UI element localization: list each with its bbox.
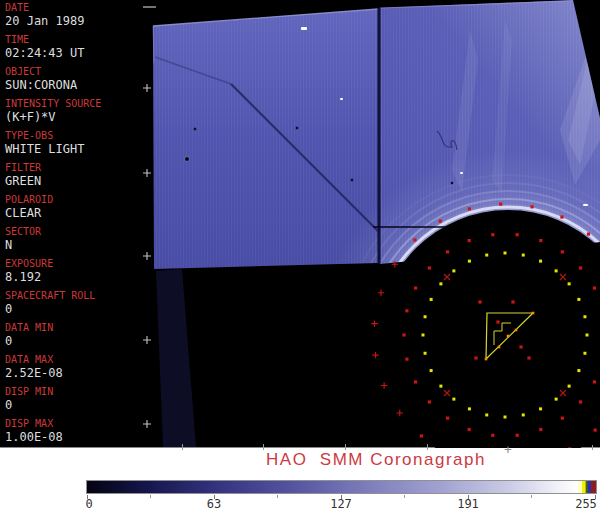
colorbar-minor-tick — [150, 495, 151, 498]
colorbar-label: 127 — [330, 498, 352, 510]
colorbar-label: 63 — [207, 498, 221, 510]
metadata-sidebar: DATE 20 Jan 1989 TIME 02:24:43 UT OBJECT… — [0, 0, 150, 447]
field-filter: FILTER GREEN — [5, 163, 150, 188]
field-label: POLAROID — [5, 195, 150, 205]
field-label: TYPE-OBS — [5, 131, 150, 141]
field-value: 02:24:43 UT — [5, 47, 150, 60]
field-value: WHITE LIGHT — [5, 143, 150, 156]
field-label: DATA MAX — [5, 355, 150, 365]
field-value: 2.52E-08 — [5, 367, 150, 380]
colorbar-label: 255 — [575, 498, 597, 510]
field-label: SECTOR — [5, 227, 150, 237]
field-label: EXPOSURE — [5, 259, 150, 269]
colorbar-minor-tick — [277, 495, 278, 498]
field-value: 8.192 — [5, 271, 150, 284]
field-label: TIME — [5, 35, 150, 45]
field-value: 1.00E-08 — [5, 431, 150, 444]
field-type-obs: TYPE-OBS WHITE LIGHT — [5, 131, 150, 156]
field-label: DISP MIN — [5, 387, 150, 397]
display-panel: DATE 20 Jan 1989 TIME 02:24:43 UT OBJECT… — [0, 0, 600, 448]
field-label: OBJECT — [5, 67, 150, 77]
coronagraph-image-canvas[interactable] — [140, 0, 600, 448]
field-disp-min: DISP MIN 0 — [5, 387, 150, 412]
coronagraph-viewer-window: DATE 20 Jan 1989 TIME 02:24:43 UT OBJECT… — [0, 0, 600, 512]
dark-band — [156, 269, 196, 447]
frame-divider-edge — [381, 8, 382, 264]
scanline-texture — [153, 9, 378, 269]
field-object: OBJECT SUN:CORONA — [5, 67, 150, 92]
field-date: DATE 20 Jan 1989 — [5, 3, 150, 28]
field-value: GREEN — [5, 175, 150, 188]
field-spacecraft-roll: SPACECRAFT ROLL 0 — [5, 291, 150, 316]
field-value: N — [5, 239, 150, 252]
field-label: DISP MAX — [5, 419, 150, 429]
field-time: TIME 02:24:43 UT — [5, 35, 150, 60]
field-value: 0 — [5, 303, 150, 316]
field-label: SPACECRAFT ROLL — [5, 291, 150, 301]
field-label: DATE — [5, 3, 150, 13]
colorbar-label: 191 — [457, 498, 479, 510]
field-sector: SECTOR N — [5, 227, 150, 252]
field-disp-max: DISP MAX 1.00E-08 — [5, 419, 150, 444]
field-label: FILTER — [5, 163, 150, 173]
page-title: HAO SMM Coronagraph — [152, 450, 600, 470]
field-data-max: DATA MAX 2.52E-08 — [5, 355, 150, 380]
field-intensity-source: INTENSITY SOURCE (K+F)*V — [5, 99, 150, 124]
field-value: 0 — [5, 399, 150, 412]
intensity-colorbar — [86, 480, 597, 494]
field-value: 20 Jan 1989 — [5, 15, 150, 28]
frame-divider-line — [377, 8, 380, 264]
colorbar-minor-tick — [404, 495, 405, 498]
field-value: 0 — [5, 335, 150, 348]
field-exposure: EXPOSURE 8.192 — [5, 259, 150, 284]
field-label: INTENSITY SOURCE — [5, 99, 150, 109]
colorbar-minor-tick — [531, 495, 532, 498]
field-value: CLEAR — [5, 207, 150, 220]
field-label: DATA MIN — [5, 323, 150, 333]
field-polaroid: POLAROID CLEAR — [5, 195, 150, 220]
field-value: SUN:CORONA — [5, 79, 150, 92]
field-value: (K+F)*V — [5, 111, 150, 124]
field-data-min: DATA MIN 0 — [5, 323, 150, 348]
colorbar-label: 0 — [85, 498, 92, 510]
